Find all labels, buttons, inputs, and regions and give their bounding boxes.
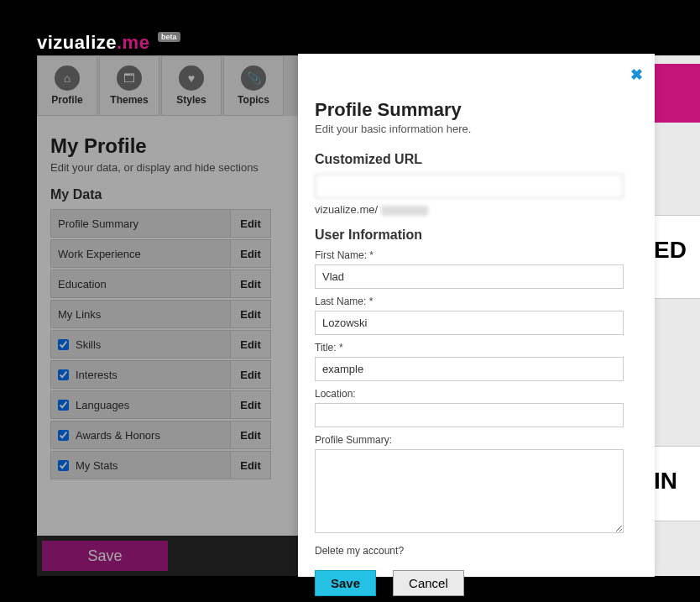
background-text-2: IN (654, 446, 700, 521)
data-row: InterestsEdit (50, 360, 271, 389)
data-row-label-cell: My Links (50, 300, 231, 328)
data-row: Profile SummaryEdit (50, 209, 271, 238)
edit-button[interactable]: Edit (231, 330, 271, 359)
edit-button[interactable]: Edit (231, 421, 271, 449)
home-icon: ⌂ (55, 65, 80, 91)
brand-part2: .me (117, 32, 149, 53)
modal-cancel-button[interactable]: Cancel (393, 570, 464, 596)
nav-label: Profile (51, 94, 82, 106)
edit-button[interactable]: Edit (231, 209, 271, 238)
brand-part1: vizualize (37, 32, 117, 53)
beta-badge: beta (158, 32, 180, 42)
url-slug-redacted (381, 206, 428, 216)
data-row-label-cell: Profile Summary (50, 209, 231, 238)
nav-tab-profile[interactable]: ⌂ Profile (37, 55, 97, 116)
nav-label: Topics (238, 94, 269, 106)
edit-button[interactable]: Edit (231, 360, 271, 389)
background-text-1: ED (654, 215, 700, 299)
modal-title: Profile Summary (315, 99, 638, 121)
background-pink-block (654, 64, 700, 123)
data-row-label-cell: My Stats (50, 451, 231, 479)
url-prefix: vizualize.me/ (315, 203, 381, 216)
row-label: My Links (58, 308, 101, 321)
row-label: Languages (76, 399, 129, 411)
row-checkbox[interactable] (58, 460, 69, 471)
title-input[interactable] (315, 357, 624, 381)
row-label: Work Experience (58, 248, 141, 260)
location-label: Location: (315, 388, 638, 400)
nav-tab-styles[interactable]: ♥ Styles (161, 55, 222, 116)
profile-summary-modal: ✖ Profile Summary Edit your basic inform… (298, 54, 655, 577)
data-row: My StatsEdit (50, 451, 271, 479)
briefcase-icon: 🗔 (117, 65, 142, 91)
background-content: ED IN (654, 55, 700, 576)
panel-save-button[interactable]: Save (42, 541, 168, 571)
row-label: Education (58, 278, 107, 291)
nav-label: Themes (110, 94, 148, 106)
data-row: SkillsEdit (50, 330, 271, 359)
url-section-title: Customized URL (315, 152, 638, 167)
data-row: Awards & HonorsEdit (50, 421, 271, 449)
clip-icon: 📎 (241, 65, 266, 91)
data-row-label-cell: Awards & Honors (50, 421, 231, 449)
edit-button[interactable]: Edit (231, 239, 271, 268)
edit-button[interactable]: Edit (231, 300, 271, 328)
data-row-label-cell: Interests (50, 360, 231, 389)
edit-button[interactable]: Edit (231, 451, 271, 479)
data-row-label-cell: Work Experience (50, 239, 231, 268)
nav-label: Styles (176, 94, 206, 106)
data-row-label-cell: Skills (50, 330, 231, 359)
nav-tab-topics[interactable]: 📎 Topics (223, 55, 284, 116)
info-section-title: User Information (315, 228, 638, 243)
close-icon[interactable]: ✖ (630, 65, 643, 84)
data-row: Work ExperienceEdit (50, 239, 271, 268)
delete-account-link[interactable]: Delete my account? (315, 545, 638, 557)
last-name-input[interactable] (315, 311, 624, 335)
row-checkbox[interactable] (58, 339, 69, 350)
heart-icon: ♥ (179, 65, 204, 91)
row-checkbox[interactable] (58, 400, 69, 411)
modal-actions: Save Cancel (315, 570, 638, 596)
last-name-label: Last Name: * (315, 296, 638, 307)
summary-label: Profile Summary: (315, 434, 638, 446)
row-label: Awards & Honors (76, 429, 160, 442)
first-name-input[interactable] (315, 264, 624, 289)
nav-tab-themes[interactable]: 🗔 Themes (99, 55, 159, 116)
row-label: My Stats (76, 459, 118, 472)
row-label: Interests (76, 369, 118, 381)
modal-subtitle: Edit your basic information here. (315, 123, 638, 135)
modal-save-button[interactable]: Save (315, 570, 376, 596)
data-row: EducationEdit (50, 270, 271, 298)
title-label: Title: * (315, 342, 638, 353)
data-row: My LinksEdit (50, 300, 271, 328)
row-checkbox[interactable] (58, 430, 69, 441)
edit-button[interactable]: Edit (231, 270, 271, 298)
brand-logo: vizualize.me beta (37, 32, 180, 54)
custom-url-input[interactable] (315, 174, 624, 198)
row-checkbox[interactable] (58, 369, 69, 380)
url-preview: vizualize.me/ (315, 203, 638, 216)
data-row-label-cell: Languages (50, 390, 231, 419)
row-label: Skills (76, 338, 101, 351)
row-label: Profile Summary (58, 217, 138, 230)
summary-textarea[interactable] (315, 449, 624, 533)
data-row-label-cell: Education (50, 270, 231, 298)
edit-button[interactable]: Edit (231, 390, 271, 419)
first-name-label: First Name: * (315, 249, 638, 261)
data-row: LanguagesEdit (50, 390, 271, 419)
location-input[interactable] (315, 403, 624, 427)
